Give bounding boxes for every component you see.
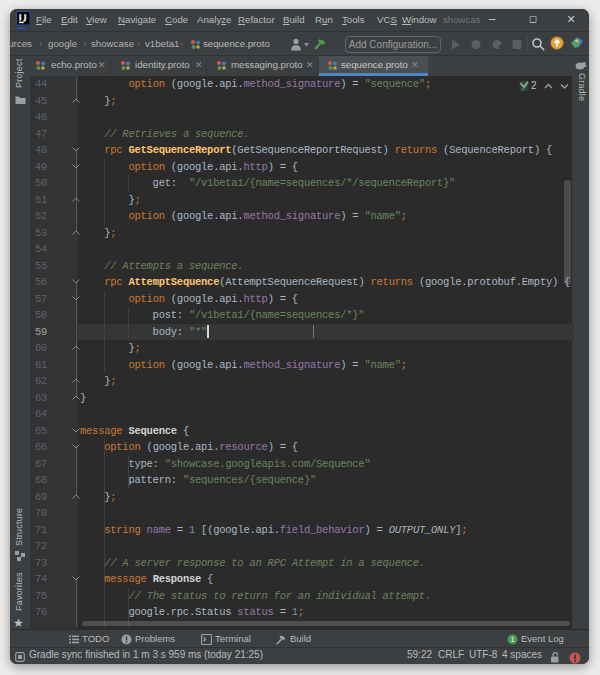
- svg-text:1: 1: [510, 635, 514, 644]
